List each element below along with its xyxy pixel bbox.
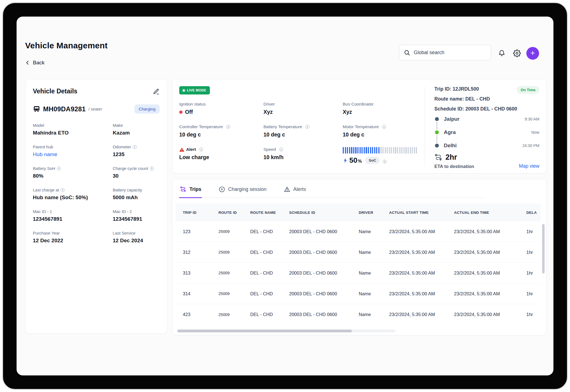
horizontal-scrollbar[interactable] <box>177 330 352 332</box>
soc-bar-segment <box>408 147 409 154</box>
stat-battery-temperature: Battery Temperaturei10 deg c <box>263 124 343 138</box>
info-icon[interactable]: i <box>226 125 230 129</box>
info-icon[interactable]: i <box>383 160 387 164</box>
stat-ignition-status: Ignition statusOff <box>179 102 263 115</box>
table-row[interactable]: 31425009DEL - CHD20003 DEL - CHD 0600Nam… <box>176 283 541 304</box>
tab-trips[interactable]: Trips <box>179 179 202 198</box>
soc-bar-segment <box>391 147 392 154</box>
table-cell: 312 <box>183 250 218 255</box>
table-cell: 20003 DEL - CHD 0600 <box>289 229 359 234</box>
table-row[interactable]: 42325009DEL - CHD20003 DEL - CHD 0600Nam… <box>176 304 541 325</box>
vehicle-details-card: Vehicle Details MH09DA9281 / seater Char… <box>25 79 167 334</box>
info-icon[interactable]: i <box>279 148 283 151</box>
stop-dot-icon <box>435 144 439 148</box>
table-cell: 423 <box>183 312 218 317</box>
soc-bar-segment <box>364 147 365 154</box>
table-cell: Name <box>359 312 389 317</box>
stat-speed: Speedi10 km/h <box>263 147 343 165</box>
tab-bar: Trips Charging session Alerts <box>179 179 486 198</box>
trip-info-panel: Trip ID: 12JRDL500 On Time Route name: D… <box>425 86 546 166</box>
table-cell: 25009 <box>218 229 250 234</box>
table-cell: 20003 DEL - CHD 0600 <box>289 291 359 296</box>
stat-controller-temperature: Controller Temperaturei10 deg c <box>179 124 263 138</box>
soc-bar-segment <box>355 147 356 154</box>
soc-bar-segment <box>399 147 400 154</box>
table-cell: DEL - CHD <box>250 312 289 317</box>
info-icon[interactable]: i <box>61 188 65 192</box>
soc-bar-segment <box>397 147 398 154</box>
tab-alerts[interactable]: Alerts <box>283 179 307 198</box>
soc-badge: SoC <box>365 157 380 164</box>
info-icon[interactable]: i <box>305 125 309 129</box>
timeline-connector <box>437 122 539 129</box>
back-button[interactable]: Back <box>25 60 44 66</box>
live-telemetry-card: LIVE MODE Ignition statusOff DriverXyz B… <box>172 79 547 173</box>
soc-bar-segment <box>382 147 384 154</box>
info-icon[interactable]: i <box>199 148 203 151</box>
info-icon[interactable]: i <box>133 145 137 149</box>
registration-number: MH09DA9281 <box>43 105 86 113</box>
table-row[interactable]: 31225009DEL - CHD20003 DEL - CHD 0600Nam… <box>176 242 541 263</box>
page-title: Vehicle Management <box>25 41 108 50</box>
info-icon[interactable]: i <box>150 167 154 170</box>
soc-bar-segment <box>393 147 394 154</box>
field-purchase-year: Purchase Year12 Dec 2022 <box>33 231 109 244</box>
table-cell: 25009 <box>218 271 250 275</box>
table-cell: 23/2/2024, 5:35:00 AM <box>454 229 526 234</box>
table-cell: 23/2/2024, 5:35:00 AM <box>389 291 454 296</box>
eta-label: ETA to destination <box>434 164 474 169</box>
stop-dot-icon <box>435 117 439 121</box>
alert-triangle-icon <box>179 147 184 152</box>
hub-name-link[interactable]: Hub name <box>33 151 109 157</box>
field-last-charge-at: Last charge atiHub name (SoC: 50%) <box>33 188 109 201</box>
table-cell: 1hr <box>526 229 541 234</box>
soc-bar-segment <box>345 147 346 154</box>
soc-bar-segment <box>401 147 402 154</box>
on-time-badge: On Time <box>517 86 539 94</box>
device-frame: Vehicle Management Back Global search + … <box>2 2 568 390</box>
map-view-link[interactable]: Map view <box>519 163 539 169</box>
table-cell: 23/2/2024, 5:35:00 AM <box>454 312 526 317</box>
tab-charging-session[interactable]: Charging session <box>218 179 267 198</box>
trips-table-card: Trips Charging session Alerts TRIP ID RO… <box>172 179 547 335</box>
notifications-button[interactable] <box>497 48 507 59</box>
charging-status-badge: Charging <box>134 104 160 114</box>
add-button[interactable]: + <box>526 47 539 60</box>
route-name: Route name: DEL - CHD <box>434 96 539 102</box>
stat-driver: DriverXyz <box>263 102 343 115</box>
table-cell: 23/2/2024, 5:35:00 AM <box>389 229 454 234</box>
col-driver: DRIVER <box>359 211 389 215</box>
soc-bar-segment <box>347 147 348 154</box>
info-icon[interactable]: i <box>57 167 61 170</box>
lightning-bolt-icon <box>343 157 348 164</box>
edit-vehicle-button[interactable] <box>152 88 160 95</box>
soc-bar-segment <box>374 147 375 154</box>
table-cell: 123 <box>183 229 218 234</box>
soc-bar-segment <box>343 147 344 154</box>
stat-motor-temperature: Motor Temperaturei10 deg c <box>343 124 419 138</box>
table-row[interactable]: 12325009DEL - CHD20003 DEL - CHD 0600Nam… <box>176 221 541 242</box>
vertical-scrollbar[interactable] <box>542 224 545 273</box>
current-stop-dot-icon <box>435 130 439 134</box>
soc-bar-segment <box>405 147 407 154</box>
field-model: ModelMahindra ETO <box>33 123 109 136</box>
soc-bar-segment <box>385 147 386 154</box>
timeline-stop: Jaipur9:30 AM <box>435 116 539 122</box>
search-input[interactable]: Global search <box>399 45 491 60</box>
live-dot-icon <box>183 90 185 91</box>
table-cell: 23/2/2024, 5:35:00 AM <box>454 291 526 296</box>
live-stats-panel: LIVE MODE Ignition statusOff DriverXyz B… <box>179 86 425 166</box>
table-cell: 1hr <box>526 291 541 296</box>
soc-bar-segment <box>360 147 361 154</box>
field-mac-id-2: Mac ID - 21234567891 <box>113 209 160 222</box>
app-screen: Vehicle Management Back Global search + … <box>17 17 553 375</box>
settings-button[interactable] <box>512 48 522 59</box>
table-cell: 25009 <box>218 250 250 254</box>
search-icon <box>404 49 410 56</box>
timeline-stop-current: AgraNow <box>435 129 539 135</box>
bus-icon <box>33 105 40 113</box>
field-charge-cycle-count: Charge cycle counti30 <box>113 166 160 179</box>
field-battery-soh: Battery SoHi80% <box>33 166 109 179</box>
info-icon[interactable]: i <box>382 125 386 129</box>
table-row[interactable]: 31325009DEL - CHD20003 DEL - CHD 0600Nam… <box>176 263 541 283</box>
